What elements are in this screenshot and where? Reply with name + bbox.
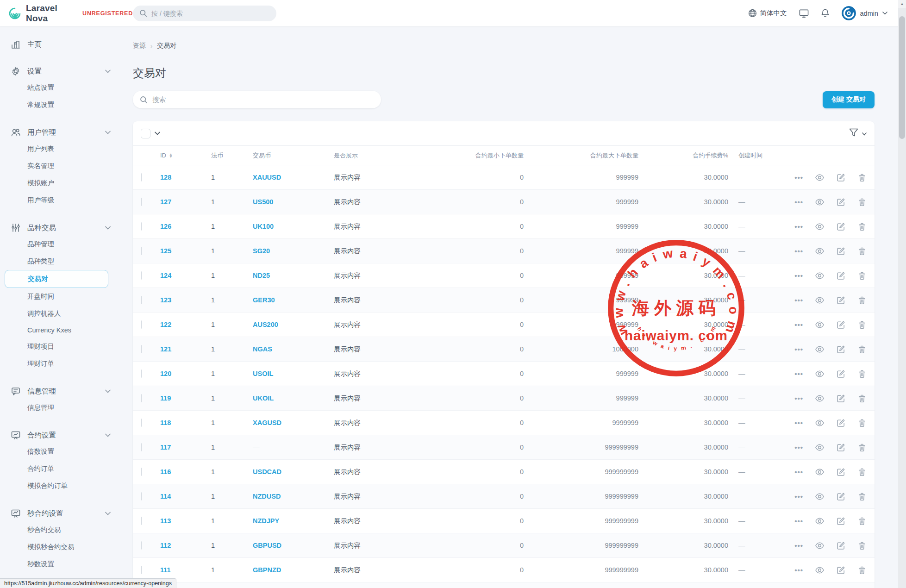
- sidebar-item-模拟秒合约交易[interactable]: 模拟秒合约交易: [10, 538, 133, 556]
- view-icon[interactable]: [815, 565, 825, 575]
- row-checkbox[interactable]: [141, 394, 142, 402]
- sidebar-item-品种类型[interactable]: 品种类型: [10, 253, 133, 270]
- table-row[interactable]: 126 1 UK100 展示内容 0 999999 30.0000 — •••: [133, 214, 875, 238]
- row-id-link[interactable]: 112: [160, 542, 171, 549]
- sidebar-item-模拟账户[interactable]: 模拟账户: [10, 175, 133, 192]
- row-menu-button[interactable]: •••: [794, 223, 803, 231]
- table-row[interactable]: 112 1 GBPUSD 展示内容 0 999999999 30.0000 — …: [133, 533, 875, 557]
- row-id-link[interactable]: 124: [160, 272, 171, 279]
- edit-icon[interactable]: [836, 320, 846, 330]
- sidebar-item-调控机器人[interactable]: 调控机器人: [10, 305, 133, 322]
- sidebar-item-Currency Kxes[interactable]: Currency Kxes: [10, 322, 133, 338]
- coin-link[interactable]: NGAS: [253, 345, 272, 353]
- coin-link[interactable]: XAUUSD: [253, 174, 281, 181]
- row-menu-button[interactable]: •••: [794, 542, 803, 550]
- view-icon[interactable]: [815, 271, 825, 281]
- row-checkbox[interactable]: [141, 541, 142, 550]
- table-row[interactable]: 1 GBPJPY 展示内容 0 999999999 30.0000 — •••: [133, 582, 875, 588]
- row-menu-button[interactable]: •••: [794, 566, 803, 574]
- row-checkbox[interactable]: [141, 566, 142, 574]
- language-switcher[interactable]: 简体中文: [748, 9, 787, 18]
- sidebar-item-用户列表[interactable]: 用户列表: [10, 140, 133, 157]
- delete-icon[interactable]: [857, 541, 867, 550]
- row-checkbox[interactable]: [141, 419, 142, 427]
- table-row[interactable]: 119 1 UKOIL 展示内容 0 999999 30.0000 — •••: [133, 386, 875, 410]
- sort-icon[interactable]: ▲▼: [169, 153, 173, 158]
- row-id-link[interactable]: 111: [160, 566, 171, 574]
- resource-search[interactable]: [133, 91, 381, 108]
- sidebar-item-信息管理[interactable]: 信息管理: [10, 383, 133, 399]
- edit-icon[interactable]: [836, 369, 846, 379]
- coin-link[interactable]: SG20: [253, 247, 270, 255]
- edit-icon[interactable]: [836, 271, 846, 281]
- coin-link[interactable]: USDCAD: [253, 468, 281, 475]
- coin-link[interactable]: USOIL: [253, 370, 273, 377]
- row-checkbox[interactable]: [141, 369, 142, 378]
- delete-icon[interactable]: [857, 344, 867, 354]
- delete-icon[interactable]: [857, 173, 867, 182]
- row-menu-button[interactable]: •••: [794, 444, 803, 451]
- row-checkbox[interactable]: [141, 222, 142, 231]
- row-id-link[interactable]: 126: [160, 223, 171, 230]
- table-row[interactable]: 117 1 — 展示内容 0 999999999 30.0000 — •••: [133, 435, 875, 459]
- select-actions-chevron-icon[interactable]: [155, 131, 160, 135]
- row-menu-button[interactable]: •••: [794, 345, 803, 353]
- sidebar-item-交易对[interactable]: 交易对: [5, 270, 108, 288]
- row-checkbox[interactable]: [141, 492, 142, 500]
- edit-icon[interactable]: [836, 222, 846, 231]
- sidebar-item-模拟合约订单[interactable]: 模拟合约订单: [10, 477, 133, 494]
- row-menu-button[interactable]: •••: [794, 493, 803, 500]
- sidebar-item-秒合约交易[interactable]: 秒合约交易: [10, 521, 133, 538]
- row-menu-button[interactable]: •••: [794, 419, 803, 427]
- view-icon[interactable]: [815, 492, 825, 501]
- table-row[interactable]: 125 1 SG20 展示内容 0 999999 30.0000 — •••: [133, 238, 875, 263]
- row-id-link[interactable]: 127: [160, 198, 171, 206]
- row-id-link[interactable]: 116: [160, 468, 171, 475]
- delete-icon[interactable]: [857, 197, 867, 207]
- table-row[interactable]: 123 1 GER30 展示内容 0 999999 30.0000 — •••: [133, 288, 875, 312]
- edit-icon[interactable]: [836, 394, 846, 403]
- edit-icon[interactable]: [836, 541, 846, 550]
- row-checkbox[interactable]: [141, 173, 142, 181]
- row-id-link[interactable]: 128: [160, 174, 171, 181]
- view-icon[interactable]: [815, 173, 825, 182]
- sidebar-item-理财订单[interactable]: 理财订单: [10, 355, 133, 372]
- coin-link[interactable]: ND25: [253, 272, 270, 279]
- sidebar-item-合约订单[interactable]: 合约订单: [10, 460, 133, 477]
- sidebar-item-品种交易[interactable]: 品种交易: [10, 220, 133, 236]
- delete-icon[interactable]: [857, 394, 867, 403]
- view-icon[interactable]: [815, 467, 825, 477]
- sidebar-item-用户等级[interactable]: 用户等级: [10, 192, 133, 209]
- view-icon[interactable]: [815, 197, 825, 207]
- table-row[interactable]: 116 1 USDCAD 展示内容 0 999999999 30.0000 — …: [133, 459, 875, 484]
- coin-link[interactable]: UK100: [253, 223, 274, 230]
- delete-icon[interactable]: [857, 418, 867, 428]
- delete-icon[interactable]: [857, 516, 867, 526]
- delete-icon[interactable]: [857, 565, 867, 575]
- table-row[interactable]: 121 1 NGAS 展示内容 0 1000000 30.0000 — •••: [133, 337, 875, 361]
- table-row[interactable]: 114 1 NZDUSD 展示内容 0 999999999 30.0000 — …: [133, 484, 875, 508]
- row-menu-button[interactable]: •••: [794, 198, 803, 206]
- view-icon[interactable]: [815, 222, 825, 231]
- row-menu-button[interactable]: •••: [794, 296, 803, 304]
- row-menu-button[interactable]: •••: [794, 272, 803, 280]
- breadcrumb-resources[interactable]: 资源: [133, 42, 146, 50]
- sidebar-item-实名管理[interactable]: 实名管理: [10, 157, 133, 175]
- delete-icon[interactable]: [857, 246, 867, 256]
- coin-link[interactable]: UKOIL: [253, 394, 274, 402]
- table-row[interactable]: 124 1 ND25 展示内容 0 999999 30.0000 — •••: [133, 263, 875, 288]
- view-icon[interactable]: [815, 344, 825, 354]
- view-icon[interactable]: [815, 418, 825, 428]
- delete-icon[interactable]: [857, 369, 867, 379]
- row-id-link[interactable]: 123: [160, 296, 171, 304]
- view-icon[interactable]: [815, 295, 825, 305]
- monitor-icon[interactable]: [799, 9, 809, 18]
- global-search[interactable]: [133, 6, 276, 21]
- sidebar-item-秒合约设置[interactable]: 秒合约设置: [10, 506, 133, 521]
- edit-icon[interactable]: [836, 295, 846, 305]
- global-search-input[interactable]: [151, 10, 262, 17]
- vertical-scrollbar[interactable]: ▲: [898, 0, 906, 588]
- delete-icon[interactable]: [857, 320, 867, 330]
- sidebar-item-理财项目[interactable]: 理财项目: [10, 338, 133, 355]
- row-checkbox[interactable]: [141, 198, 142, 206]
